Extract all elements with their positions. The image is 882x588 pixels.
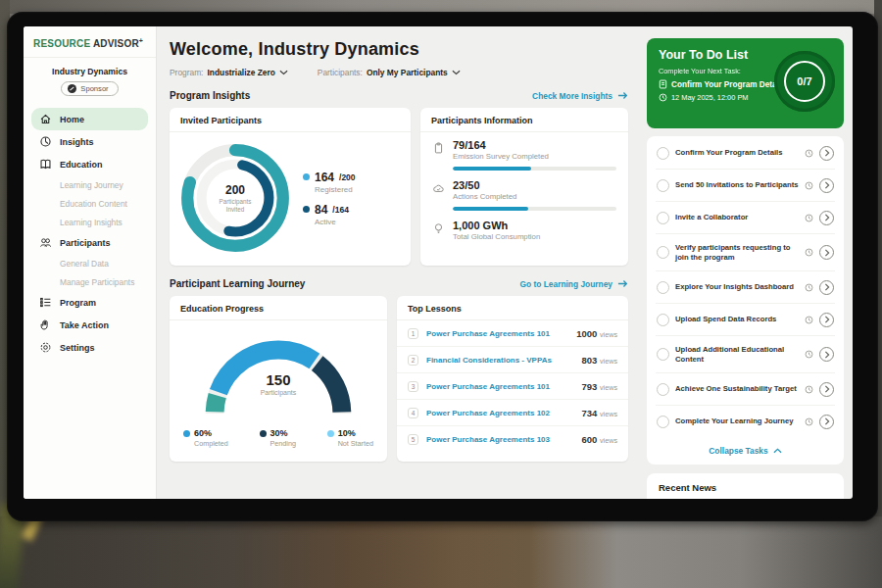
sidebar-item-label: Home	[60, 115, 84, 124]
invited-total-label: Participants Invited	[210, 198, 261, 214]
lesson-views: 793	[582, 381, 598, 392]
chevron-right-icon[interactable]	[819, 178, 834, 193]
education-progress-card-title: Education Progress	[170, 296, 387, 320]
document-icon	[659, 79, 667, 89]
sponsor-badge[interactable]: Sponsor	[61, 81, 118, 96]
task-checkbox[interactable]	[657, 383, 669, 396]
task-checkbox[interactable]	[657, 416, 669, 428]
lesson-row[interactable]: 5 Power Purchase Agreements 103 600 view…	[397, 426, 628, 452]
chevron-right-icon[interactable]	[819, 146, 834, 161]
sidebar-item-label: Program	[60, 298, 96, 308]
participants-dropdown[interactable]: Participants: Only My Participants	[318, 68, 461, 77]
lesson-row[interactable]: 3 Power Purchase Agreements 101 793 view…	[397, 373, 628, 400]
sidebar-item-education[interactable]: Education	[31, 153, 148, 175]
task-row[interactable]: Verify participants requesting to join t…	[656, 234, 835, 271]
education-progress-card: Education Progress 150 Particip	[170, 296, 387, 462]
task-row[interactable]: Achieve One Sustainability Target	[656, 373, 835, 406]
registered-total: /200	[339, 172, 356, 182]
program-dropdown[interactable]: Program: Industrialize Zero	[170, 68, 288, 77]
views-suffix: views	[600, 383, 617, 392]
collapse-tasks-link[interactable]: Collapse Tasks	[656, 437, 835, 461]
take-action-icon	[39, 318, 52, 331]
chevron-right-icon[interactable]	[819, 313, 834, 327]
go-to-learning-journey-link[interactable]: Go to Learning Journey	[520, 279, 628, 289]
clock-icon	[805, 181, 813, 190]
chevron-right-icon[interactable]	[819, 382, 834, 397]
lesson-rank: 4	[408, 408, 418, 418]
task-row[interactable]: Confirm Your Program Details	[656, 137, 835, 170]
chevron-right-icon[interactable]	[819, 347, 834, 362]
chevron-right-icon[interactable]	[819, 280, 834, 295]
participants-information-card: Participants Information 79/164 Emission…	[420, 108, 628, 266]
views-suffix: views	[600, 436, 617, 445]
sidebar-item-general-data[interactable]: General Data	[24, 254, 156, 272]
stat-actions-completed: 23/50 Actions Completed	[432, 179, 616, 211]
active-dot-icon	[303, 206, 310, 213]
task-row[interactable]: Complete Your Learning Journey	[656, 406, 835, 437]
task-row[interactable]: Upload Spend Data Records	[656, 304, 835, 336]
chevron-up-icon	[773, 448, 782, 454]
task-label: Confirm Your Program Details	[675, 148, 799, 158]
lesson-link[interactable]: Power Purchase Agreements 102	[426, 409, 574, 417]
gear-icon	[39, 341, 52, 354]
sidebar-item-manage-participants[interactable]: Manage Participants	[24, 272, 156, 291]
registered-value: 164	[315, 171, 334, 184]
lesson-row[interactable]: 1 Power Purchase Agreements 101 1000 vie…	[397, 320, 628, 347]
sidebar-item-learning-journey[interactable]: Learning Journey	[24, 175, 156, 194]
program-insights-title: Program Insights	[170, 90, 250, 101]
lesson-link[interactable]: Power Purchase Agreements 103	[426, 435, 574, 444]
stat-global-consumption: 1,000 GWh Total Global Consumption	[432, 220, 616, 241]
sidebar-item-home[interactable]: Home	[31, 108, 148, 130]
consumption-icon	[432, 221, 445, 235]
task-checkbox[interactable]	[657, 314, 669, 326]
lesson-views: 734	[582, 408, 598, 418]
participants-label: Participants:	[318, 68, 363, 77]
completed-dot-icon	[183, 430, 190, 437]
task-row[interactable]: Send 50 Invitations to Participants	[656, 170, 835, 202]
completed-pct: 60%	[194, 428, 212, 438]
sidebar-item-program[interactable]: Program	[31, 291, 148, 314]
task-checkbox[interactable]	[657, 147, 669, 160]
chevron-right-icon[interactable]	[819, 415, 834, 429]
sidebar-item-learning-insights[interactable]: Learning Insights	[24, 213, 156, 231]
task-checkbox[interactable]	[657, 348, 669, 361]
task-label: Achieve One Sustainability Target	[675, 384, 799, 394]
invited-participants-card: Invited Participants 200 Partic	[170, 108, 411, 266]
global-consumption-value: 1,000 GWh	[453, 220, 540, 231]
sidebar-item-education-content[interactable]: Education Content	[24, 194, 156, 213]
participants-icon	[39, 236, 52, 249]
task-row[interactable]: Upload Additional Educational Content	[656, 336, 835, 373]
check-more-insights-link[interactable]: Check More Insights	[532, 91, 628, 101]
lesson-link[interactable]: Power Purchase Agreements 101	[426, 329, 568, 338]
task-checkbox[interactable]	[657, 179, 669, 192]
chevron-right-icon[interactable]	[819, 211, 834, 225]
sidebar-item-participants[interactable]: Participants	[31, 231, 148, 254]
chevron-right-icon[interactable]	[819, 245, 834, 260]
lesson-link[interactable]: Financial Considerations - VPPAs	[426, 356, 574, 365]
sidebar: RESOURCE ADVISOR+ Industry Dynamics Spon…	[24, 26, 157, 499]
pending-pct: 30%	[270, 428, 288, 438]
top-lessons-card: Top Lessons 1 Power Purchase Agreements …	[397, 296, 628, 462]
task-checkbox[interactable]	[657, 281, 669, 294]
lesson-row[interactable]: 4 Power Purchase Agreements 102 734 view…	[397, 400, 628, 426]
lesson-row[interactable]: 2 Financial Considerations - VPPAs 803 v…	[397, 347, 628, 373]
lesson-rank: 5	[408, 434, 418, 445]
pending-label: Pending	[270, 439, 296, 448]
task-row[interactable]: Explore Your Insights Dashboard	[656, 271, 835, 304]
task-row[interactable]: Invite a Collaborator	[656, 202, 835, 234]
todo-progress-ring: 0/7	[774, 51, 835, 112]
logo-resource-text: RESOURCE	[33, 38, 90, 49]
completed-label: Completed	[194, 439, 228, 448]
sidebar-item-settings[interactable]: Settings	[31, 336, 148, 359]
sponsor-label: Sponsor	[80, 84, 108, 93]
education-icon	[39, 158, 52, 171]
lesson-rank: 3	[408, 381, 418, 392]
task-checkbox[interactable]	[657, 246, 669, 259]
sidebar-item-insights[interactable]: Insights	[31, 130, 148, 153]
sidebar-item-take-action[interactable]: Take Action	[31, 314, 148, 336]
sidebar-item-label: Insights	[60, 137, 94, 147]
lesson-link[interactable]: Power Purchase Agreements 101	[426, 382, 574, 391]
task-checkbox[interactable]	[657, 212, 669, 224]
not-started-dot-icon	[327, 430, 334, 437]
screen: RESOURCE ADVISOR+ Industry Dynamics Spon…	[24, 26, 853, 499]
